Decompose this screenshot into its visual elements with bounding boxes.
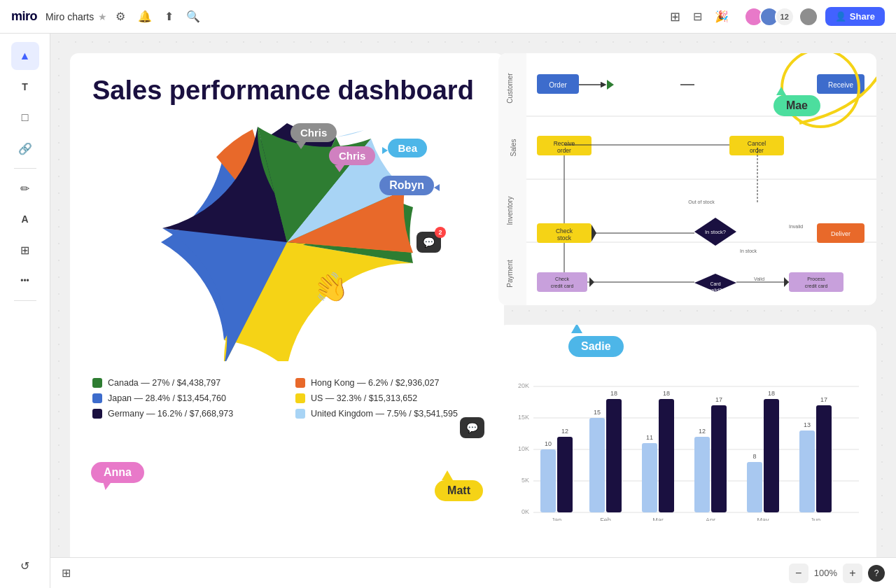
dashboard-title: Sales performance dashboard	[92, 76, 482, 106]
sadie-arrow	[571, 325, 582, 335]
svg-marker-0	[101, 479, 113, 491]
legend: Canada — 27% / $4,438,797 Hong Kong — 6.…	[92, 378, 482, 419]
svg-text:Valid: Valid	[754, 276, 764, 281]
more-tools[interactable]: •••	[11, 267, 39, 295]
cursor-tool[interactable]: ▲	[11, 42, 39, 70]
canvas[interactable]: Sales performance dashboard	[50, 34, 896, 588]
svg-text:13: 13	[804, 421, 811, 428]
share-icon: 👤	[835, 11, 846, 22]
bar-chart-svg: 0K 5K 10K 15K 20K 10 12 Jan	[512, 353, 862, 521]
share-button[interactable]: 👤 Share	[825, 7, 885, 26]
svg-text:In stock?: In stock?	[705, 229, 726, 235]
flowchart-svg: Customer Sales Inventory Payment Order R…	[498, 53, 876, 305]
magic-icon[interactable]: 🎉	[715, 10, 729, 23]
board-title[interactable]: Miro charts ★	[46, 11, 107, 22]
help-button[interactable]: ?	[868, 565, 885, 582]
svg-text:Order: Order	[549, 81, 567, 89]
svg-rect-68	[557, 437, 573, 512]
bea-cursor: Bea	[388, 139, 427, 158]
svg-text:order: order	[750, 147, 764, 154]
legend-label-japan: Japan — 28.4% / $13,454,760	[108, 393, 226, 403]
svg-text:Customer: Customer	[506, 73, 514, 104]
frame-tool[interactable]: ⊞	[11, 236, 39, 264]
svg-text:12: 12	[699, 428, 706, 435]
legend-item-canada: Canada — 27% / $4,438,797	[92, 378, 279, 388]
svg-marker-51	[589, 277, 594, 287]
filter-icon[interactable]: ⊟	[693, 10, 702, 23]
svg-rect-72	[589, 418, 605, 512]
message-badge: 2	[435, 227, 446, 238]
message-bubble-2[interactable]: 💬	[460, 417, 484, 438]
matt-arrow	[442, 470, 453, 482]
svg-marker-56	[571, 325, 582, 333]
legend-dot-uk	[295, 409, 305, 419]
svg-rect-73	[606, 399, 622, 512]
star-icon[interactable]: ★	[98, 11, 107, 22]
toolbar-bottom: ↺	[11, 552, 39, 580]
legend-item-us: US — 32.3% / $15,313,652	[295, 393, 482, 403]
svg-text:Inventory: Inventory	[506, 196, 514, 225]
svg-text:Jan: Jan	[552, 517, 562, 521]
notification-icon[interactable]: 🔔	[138, 10, 152, 23]
pen-tool[interactable]: ✏	[11, 174, 39, 202]
svg-text:15: 15	[594, 409, 601, 416]
text-tool[interactable]: T	[11, 73, 39, 101]
sadie-cursor: Sadie	[568, 333, 624, 357]
legend-dot-us	[295, 393, 305, 403]
svg-marker-14	[607, 80, 614, 90]
toolbar-divider-1	[14, 168, 36, 169]
legend-item-hongkong: Hong Kong — 6.2% / $2,936,027	[295, 378, 482, 388]
zoom-controls: − 100% + ?	[789, 564, 885, 583]
svg-text:Invalid: Invalid	[789, 224, 803, 229]
chris-label-2: Chris	[329, 146, 375, 165]
svg-text:18: 18	[768, 390, 775, 397]
sticky-note-tool[interactable]: □	[11, 104, 39, 132]
chris-label-1: Chris	[290, 123, 337, 142]
zoom-in-button[interactable]: +	[843, 564, 862, 583]
zoom-out-button[interactable]: −	[789, 564, 808, 583]
pie-chart-overlay	[154, 123, 420, 361]
avatars-group[interactable]: 12	[744, 7, 818, 27]
chris-arrow-2	[335, 165, 344, 172]
undo-tool[interactable]: ↺	[11, 552, 39, 580]
legend-label-germany: Germany — 16.2% / $7,668,973	[108, 409, 233, 419]
link-tool[interactable]: 🔗	[11, 134, 39, 162]
upload-icon[interactable]: ⬆	[164, 10, 174, 23]
svg-text:10: 10	[545, 440, 552, 447]
bea-arrow	[382, 147, 388, 154]
legend-item-japan: Japan — 28.4% / $13,454,760	[92, 393, 279, 403]
svg-rect-83	[711, 405, 727, 512]
sales-dashboard-panel: Sales performance dashboard	[70, 53, 504, 564]
svg-text:Check: Check	[556, 227, 573, 234]
bar-chart-panel: Sadie 0K 5K 10K 15K 20K 10 12	[498, 325, 876, 564]
anna-arrow	[101, 479, 115, 493]
text-style-tool[interactable]: A	[11, 205, 39, 233]
sadie-label: Sadie	[568, 336, 624, 357]
grid-icon[interactable]: ⊞	[670, 9, 680, 24]
svg-text:Deliver: Deliver	[831, 230, 850, 237]
svg-text:Sales: Sales	[510, 139, 517, 156]
left-toolbar: ▲ T □ 🔗 ✏ A ⊞ ••• ↺	[0, 34, 50, 588]
miro-logo: miro	[11, 9, 37, 24]
settings-icon[interactable]: ⚙	[115, 10, 125, 23]
svg-rect-34	[537, 272, 587, 292]
svg-text:Payment: Payment	[506, 260, 514, 288]
panel-toggle[interactable]: ⊞	[62, 566, 71, 580]
mae-cursor: Mae	[774, 95, 820, 116]
topbar-left: miro Miro charts ★ ⚙ 🔔 ⬆ 🔍	[11, 9, 200, 24]
svg-text:10K: 10K	[518, 445, 529, 452]
svg-text:order: order	[557, 147, 571, 154]
zoom-level: 100%	[814, 568, 837, 578]
svg-marker-1	[442, 470, 453, 480]
anna-cursor: Anna	[91, 462, 144, 483]
svg-text:Feb: Feb	[600, 517, 611, 521]
anna-label: Anna	[91, 462, 144, 483]
main-area: ▲ T □ 🔗 ✏ A ⊞ ••• ↺ Sales performance da…	[0, 34, 896, 588]
svg-text:17: 17	[820, 396, 827, 403]
message-bubble-1[interactable]: 💬 2	[416, 232, 441, 253]
board-title-text: Miro charts	[46, 11, 94, 22]
search-icon[interactable]: 🔍	[186, 10, 200, 23]
svg-text:20K: 20K	[518, 382, 529, 389]
legend-item-germany: Germany — 16.2% / $7,668,973	[92, 409, 279, 419]
svg-text:18: 18	[610, 390, 617, 397]
